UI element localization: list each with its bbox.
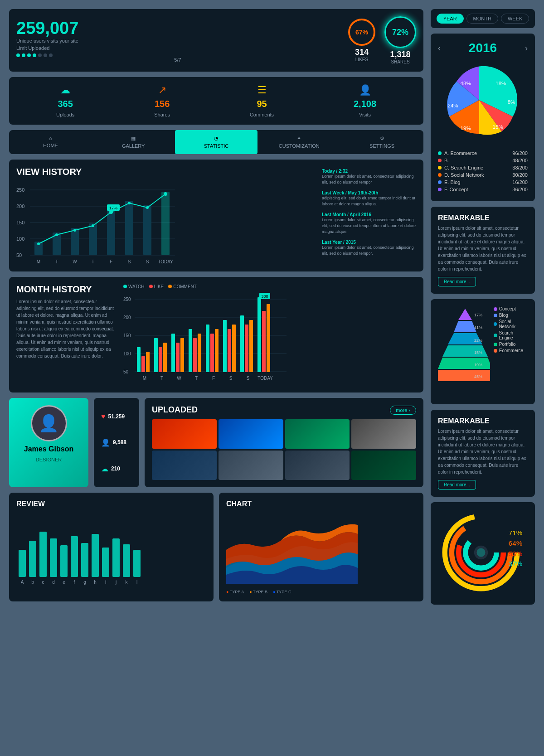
year-nav: ‹ 2016 ›: [438, 41, 528, 55]
svg-text:37%: 37%: [509, 560, 522, 567]
pyramid-legend: Concept Blog Social Network Search Engin…: [494, 306, 528, 397]
nav-gallery[interactable]: ▦ GALLERY: [92, 130, 175, 154]
pie-chart-container: 18% 8% 15% 19% 24% 48%: [438, 59, 528, 147]
svg-point-21: [92, 224, 94, 227]
svg-rect-17: [161, 192, 170, 255]
comments-stat: ☰ 95 Comments: [250, 84, 274, 117]
svg-rect-68: [262, 311, 266, 372]
svg-text:l: l: [136, 580, 137, 585]
svg-text:19%: 19%: [461, 126, 471, 131]
history-chart-svg: 250 200 150 100 50: [16, 183, 316, 264]
shares-icon: ↗: [158, 84, 166, 96]
nav-settings[interactable]: ⚙ SETTINGS: [340, 130, 423, 154]
statistic-icon: ◔: [214, 136, 219, 141]
svg-text:M: M: [143, 376, 146, 381]
pyramid-svg: 17% 11% 22% 15% 19% 45%: [438, 306, 490, 397]
svg-text:S: S: [128, 259, 131, 264]
svg-rect-81: [29, 541, 36, 577]
month-toggle[interactable]: MONTH: [466, 14, 498, 24]
read-more-1[interactable]: Read more...: [438, 277, 476, 286]
svg-text:W: W: [73, 259, 77, 264]
profile-uploaded-row: 👤 James Gibson DESIGNER ♥ 51,259 👤 9,588…: [9, 398, 423, 487]
year-toggle[interactable]: YEAR: [437, 14, 464, 24]
dot-1: [16, 53, 20, 57]
likes-label: LIKES: [355, 57, 369, 62]
icon-stats-card: ☁ 365 Uploads ↗ 156 Shares ☰ 95 Comments…: [9, 77, 423, 125]
svg-rect-52: [171, 334, 175, 372]
type-b-legend: ● TYPE B: [249, 590, 267, 594]
shares-label: SHARES: [390, 59, 410, 64]
svg-rect-65: [245, 325, 248, 372]
history-title: VIEW HISTORY: [16, 167, 316, 177]
settings-icon: ⚙: [380, 136, 384, 141]
event-last-week: Last Week / May 16th-20th adipiscing eli…: [322, 190, 416, 207]
svg-text:200: 200: [16, 204, 24, 209]
pyramid-card: 17% 11% 22% 15% 19% 45% Concept: [431, 299, 535, 404]
svg-text:48%: 48%: [461, 81, 471, 86]
hearts-icon: ♥: [101, 412, 106, 421]
event-last-year: Last Year / 2015 Lorem ipsum dolor sit a…: [322, 240, 416, 256]
next-year-button[interactable]: ›: [525, 44, 528, 53]
svg-text:TODAY: TODAY: [158, 259, 173, 264]
svg-rect-51: [163, 343, 167, 372]
hearts-value: 51,259: [108, 413, 125, 420]
svg-point-19: [55, 233, 58, 236]
svg-text:TODAY: TODAY: [257, 376, 273, 381]
settings-label: SETTINGS: [369, 143, 394, 149]
svg-text:b: b: [31, 580, 34, 585]
svg-rect-89: [112, 538, 120, 577]
svg-rect-57: [198, 334, 201, 372]
more-button[interactable]: more ›: [390, 406, 416, 415]
photo-7: [285, 451, 350, 480]
uploads-stat-value: 210: [111, 465, 120, 472]
review-title: REVIEW: [16, 500, 206, 508]
comments-label: Comments: [250, 112, 274, 117]
uploads-value: 365: [58, 99, 73, 109]
remarkable-text-2: Lorem ipsum dolor sit amet, consectetur …: [438, 428, 528, 475]
svg-text:d: d: [52, 580, 55, 585]
photo-2: [219, 419, 283, 449]
nav-home[interactable]: ⌂ HOME: [9, 130, 92, 154]
svg-text:24%: 24%: [447, 103, 458, 108]
nav-statistic[interactable]: ◔ STATISTIC: [175, 130, 258, 154]
svg-text:250: 250: [16, 187, 24, 193]
event-desc-3: Lorem ipsum dolor sit amet, consectetur …: [322, 217, 416, 234]
svg-rect-14: [107, 210, 115, 255]
visits-stat: 👤 2,108 Visits: [354, 84, 376, 117]
statistic-label: STATISTIC: [204, 143, 229, 149]
svg-rect-50: [159, 347, 162, 372]
svg-text:F: F: [212, 376, 215, 381]
svg-text:22%: 22%: [474, 338, 482, 343]
svg-point-24: [146, 206, 149, 209]
prev-year-button[interactable]: ‹: [438, 44, 441, 53]
svg-text:100: 100: [16, 236, 24, 242]
pyr-portfolio: Portfolio: [494, 342, 528, 347]
nav-customization[interactable]: ✦ CUSTOMIZATION: [257, 130, 340, 154]
svg-rect-64: [240, 315, 244, 372]
week-toggle[interactable]: WEEK: [501, 14, 529, 24]
month-title: MONTH HISTORY: [16, 284, 116, 295]
page-indicator: 5/7: [16, 57, 339, 63]
history-events: Today / 2:32 Lorem ipsum dolor sit amet,…: [316, 167, 416, 262]
review-card: REVIEW A b c d e f: [9, 493, 214, 601]
svg-text:8%: 8%: [508, 99, 515, 105]
svg-text:j: j: [115, 580, 117, 585]
svg-rect-80: [19, 550, 26, 577]
month-desc: Lorem ipsum dolor sit amet, consectetur …: [16, 298, 116, 359]
svg-point-25: [164, 192, 167, 196]
remarkable-text-1: Lorem ipsum dolor sit amet, consectetur …: [438, 225, 528, 272]
upload-icon: ☁: [60, 84, 70, 96]
customization-icon: ✦: [297, 136, 301, 141]
svg-text:17%: 17%: [109, 206, 117, 210]
photo-3: [285, 419, 350, 449]
month-chart-area: WATCH LIKE COMMENT 250 200 150 100 50: [123, 284, 416, 385]
legend-b: B. 48/200: [438, 158, 528, 163]
shares-label: Shares: [154, 112, 170, 117]
event-date-3: Last Month / April 2016: [322, 212, 416, 217]
svg-text:19%: 19%: [474, 363, 482, 367]
visits-value: 2,108: [354, 99, 376, 109]
legend-social-network: D. Social Network 30/200: [438, 172, 528, 178]
read-more-2[interactable]: Read more...: [438, 480, 476, 489]
chart-title: CHART: [226, 500, 416, 508]
comments-value: 95: [257, 99, 267, 109]
